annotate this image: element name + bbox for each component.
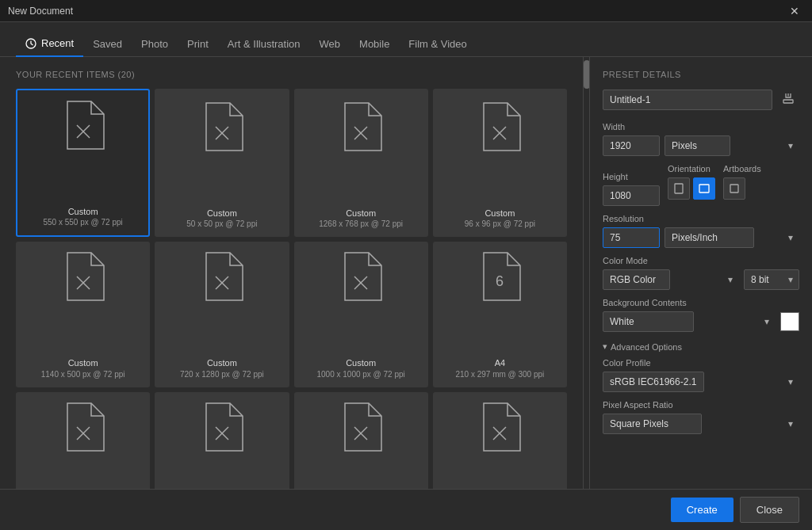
- document-icon: [339, 101, 383, 152]
- width-input[interactable]: [603, 135, 660, 156]
- recent-item-11[interactable]: Custom 540 x 960 px @ 240 ppi: [294, 392, 428, 489]
- recent-item-1[interactable]: Custom 550 x 550 px @ 72 ppi: [16, 89, 150, 237]
- document-icon: 6: [477, 251, 522, 302]
- artboards-label: Artboards: [723, 164, 761, 173]
- document-icon: [477, 402, 522, 452]
- svg-text:6: 6: [496, 273, 504, 289]
- artboard-section: Artboards: [723, 164, 761, 200]
- recent-item-2[interactable]: Custom 50 x 50 px @ 72 ppi: [155, 89, 289, 237]
- recent-item-6[interactable]: Custom 720 x 1280 px @ 72 ppi: [155, 242, 289, 387]
- recent-item-9[interactable]: Custom 772 x 484 px @ 72 ppi: [16, 392, 150, 489]
- tabs-bar: Recent Saved Photo Print Art & Illustrat…: [0, 22, 812, 57]
- width-row: Pixels Inches Centimeters Millimeters: [603, 135, 799, 156]
- portrait-button[interactable]: [668, 177, 690, 200]
- recent-item-4[interactable]: Custom 96 x 96 px @ 72 ppi: [433, 89, 567, 237]
- color-depth-wrapper: 8 bit 16 bit 32 bit: [744, 269, 799, 290]
- recent-item-8[interactable]: 6 A4 210 x 297 mm @ 300 ppi: [433, 242, 567, 387]
- tab-print[interactable]: Print: [178, 32, 218, 56]
- clock-icon: [25, 38, 36, 49]
- bg-color-swatch[interactable]: [780, 312, 799, 331]
- pixel-aspect-select[interactable]: Square Pixels D1/DV NTSC (0.91): [603, 414, 702, 434]
- landscape-icon: [699, 184, 710, 193]
- dialog-content: Recent Saved Photo Print Art & Illustrat…: [0, 22, 812, 530]
- resolution-unit-wrapper: Pixels/Inch Pixels/Centimeter: [665, 227, 799, 248]
- document-icon: [477, 101, 522, 152]
- recent-item-10[interactable]: Custom 5 x 5 in @ 72 ppi: [155, 392, 289, 489]
- document-icon: [61, 402, 105, 452]
- color-mode-row: RGB Color CMYK Color Grayscale 8 bit 16 …: [603, 269, 799, 290]
- resolution-unit-select[interactable]: Pixels/Inch Pixels/Centimeter: [665, 227, 754, 248]
- bg-contents-select[interactable]: White Black Background Color Transparent: [603, 311, 694, 332]
- preset-name-row: [603, 89, 799, 111]
- height-orient-row: Height Orientation: [603, 164, 799, 206]
- bg-contents-wrapper: White Black Background Color Transparent: [603, 311, 776, 332]
- bg-contents-row: White Black Background Color Transparent: [603, 311, 799, 332]
- artboard-icon: [730, 184, 739, 193]
- title-bar: New Document ✕: [0, 0, 812, 22]
- tab-web[interactable]: Web: [310, 32, 350, 56]
- document-icon: [61, 100, 105, 151]
- chevron-down-icon: ▾: [603, 341, 607, 352]
- tab-saved[interactable]: Saved: [83, 32, 132, 56]
- document-icon: [339, 251, 383, 302]
- recent-grid: Custom 550 x 550 px @ 72 ppi Custom 50 x…: [16, 89, 567, 489]
- width-unit-select[interactable]: Pixels Inches Centimeters Millimeters: [665, 135, 730, 156]
- pixel-aspect-label: Pixel Aspect Ratio: [603, 400, 799, 410]
- resolution-label: Resolution: [603, 214, 799, 223]
- bg-contents-label: Background Contents: [603, 298, 799, 307]
- section-title: YOUR RECENT ITEMS (20): [16, 70, 567, 79]
- dialog-footer: Create Close: [0, 489, 812, 530]
- recent-item-7[interactable]: Custom 1000 x 1000 px @ 72 ppi: [294, 242, 428, 387]
- scrollbar-track[interactable]: [583, 57, 589, 489]
- recent-item-5[interactable]: Custom 1140 x 500 px @ 72 ppi: [16, 242, 150, 387]
- color-profile-wrapper: sRGB IEC61966-2.1 Adobe RGB (1998) ProPh…: [603, 372, 799, 392]
- color-profile-label: Color Profile: [603, 358, 799, 368]
- tab-photo[interactable]: Photo: [132, 32, 178, 56]
- recent-item-12[interactable]: Custom 1200 x 1600 px @ 72 ppi: [433, 392, 567, 489]
- color-mode-label: Color Mode: [603, 256, 799, 265]
- create-button[interactable]: Create: [671, 498, 733, 522]
- orientation-label: Orientation: [668, 164, 715, 173]
- tab-film[interactable]: Film & Video: [399, 32, 476, 56]
- recent-item-3[interactable]: Custom 1268 x 768 px @ 72 ppi: [294, 89, 428, 237]
- portrait-icon: [674, 183, 684, 194]
- pixel-aspect-row: Square Pixels D1/DV NTSC (0.91): [603, 414, 799, 434]
- document-icon: [61, 251, 105, 302]
- color-profile-row: sRGB IEC61966-2.1 Adobe RGB (1998) ProPh…: [603, 372, 799, 392]
- document-icon: [200, 101, 244, 152]
- svg-rect-34: [675, 184, 683, 193]
- landscape-button[interactable]: [693, 177, 715, 200]
- recent-items-panel: YOUR RECENT ITEMS (20) Custom 550 x 550 …: [0, 57, 583, 489]
- preset-name-input[interactable]: [603, 90, 772, 110]
- svg-rect-32: [783, 100, 793, 103]
- preset-details-panel: PRESET DETAILS Width Pixels: [590, 57, 812, 489]
- main-area: YOUR RECENT ITEMS (20) Custom 550 x 550 …: [0, 57, 812, 489]
- close-button[interactable]: Close: [740, 497, 799, 523]
- color-mode-wrapper: RGB Color CMYK Color Grayscale: [603, 269, 739, 290]
- color-mode-select[interactable]: RGB Color CMYK Color Grayscale: [603, 269, 670, 290]
- document-icon: [339, 402, 383, 452]
- artboard-toggle-button[interactable]: [723, 177, 745, 200]
- resolution-row: Pixels/Inch Pixels/Centimeter: [603, 227, 799, 248]
- color-depth-select[interactable]: 8 bit 16 bit 32 bit: [744, 269, 799, 290]
- preset-details-label: PRESET DETAILS: [603, 70, 799, 79]
- width-unit-wrapper: Pixels Inches Centimeters Millimeters: [665, 135, 799, 156]
- document-icon: [200, 251, 244, 302]
- width-label: Width: [603, 122, 799, 132]
- tab-art[interactable]: Art & Illustration: [218, 32, 310, 56]
- svg-rect-36: [730, 185, 738, 193]
- save-icon: [782, 92, 795, 105]
- tab-recent[interactable]: Recent: [16, 31, 83, 57]
- save-preset-button[interactable]: [777, 89, 799, 111]
- title-close-button[interactable]: ✕: [785, 3, 804, 19]
- advanced-options-toggle[interactable]: ▾ Advanced Options: [603, 341, 799, 352]
- height-input[interactable]: [603, 185, 660, 206]
- dialog-title: New Document: [8, 6, 73, 17]
- tab-mobile[interactable]: Mobile: [350, 32, 399, 56]
- height-section: Height: [603, 164, 660, 206]
- pixel-aspect-wrapper: Square Pixels D1/DV NTSC (0.91): [603, 414, 799, 434]
- advanced-options-label: Advanced Options: [611, 342, 682, 352]
- resolution-input[interactable]: [603, 227, 660, 248]
- orientation-section: Orientation: [668, 164, 715, 200]
- color-profile-select[interactable]: sRGB IEC61966-2.1 Adobe RGB (1998) ProPh…: [603, 372, 704, 392]
